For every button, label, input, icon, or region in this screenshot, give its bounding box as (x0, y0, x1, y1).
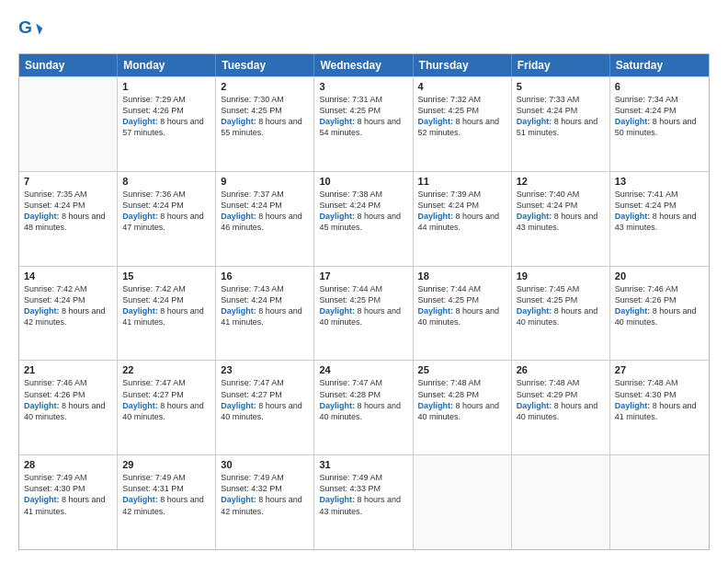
daylight-label: Daylight: (615, 117, 653, 126)
sunrise-text: Sunrise: 7:43 AM (221, 284, 284, 293)
weekday-header-tuesday: Tuesday (216, 54, 314, 76)
calendar-row-5: 28Sunrise: 7:49 AMSunset: 4:30 PMDayligh… (19, 454, 709, 549)
sunrise-text: Sunrise: 7:49 AM (221, 473, 284, 482)
cell-sun-info: Sunrise: 7:47 AMSunset: 4:28 PMDaylight:… (319, 377, 407, 422)
cell-sun-info: Sunrise: 7:29 AMSunset: 4:26 PMDaylight:… (122, 94, 210, 139)
cal-cell: 23Sunrise: 7:47 AMSunset: 4:27 PMDayligh… (216, 361, 314, 454)
cell-sun-info: Sunrise: 7:47 AMSunset: 4:27 PMDaylight:… (221, 377, 309, 422)
sunset-text: Sunset: 4:25 PM (221, 106, 282, 115)
sunrise-text: Sunrise: 7:30 AM (221, 95, 284, 104)
weekday-header-sunday: Sunday (19, 54, 118, 76)
daylight-label: Daylight: (122, 306, 160, 316)
cal-cell: 31Sunrise: 7:49 AMSunset: 4:33 PMDayligh… (314, 455, 413, 549)
cell-sun-info: Sunrise: 7:33 AMSunset: 4:24 PMDaylight:… (517, 94, 605, 139)
daylight-label: Daylight: (122, 117, 160, 126)
cell-day-number: 10 (319, 176, 407, 187)
sunrise-text: Sunrise: 7:44 AM (319, 284, 382, 293)
daylight-label: Daylight: (221, 401, 258, 410)
cell-day-number: 13 (615, 176, 704, 187)
sunrise-text: Sunrise: 7:44 AM (418, 284, 482, 293)
cal-cell (414, 455, 512, 549)
cell-sun-info: Sunrise: 7:36 AMSunset: 4:24 PMDaylight:… (122, 189, 210, 234)
cell-sun-info: Sunrise: 7:48 AMSunset: 4:30 PMDaylight:… (615, 377, 704, 422)
daylight-label: Daylight: (517, 117, 554, 126)
cell-sun-info: Sunrise: 7:30 AMSunset: 4:25 PMDaylight:… (221, 94, 309, 139)
sunrise-text: Sunrise: 7:29 AM (122, 95, 186, 104)
sunset-text: Sunset: 4:24 PM (221, 201, 282, 210)
sunset-text: Sunset: 4:24 PM (221, 295, 282, 304)
cal-cell: 3Sunrise: 7:31 AMSunset: 4:25 PMDaylight… (314, 77, 413, 171)
sunset-text: Sunset: 4:25 PM (418, 106, 480, 115)
cell-sun-info: Sunrise: 7:31 AMSunset: 4:25 PMDaylight:… (319, 94, 407, 139)
cell-day-number: 3 (319, 81, 407, 92)
daylight-label: Daylight: (517, 401, 554, 410)
sunset-text: Sunset: 4:28 PM (319, 390, 381, 399)
cal-cell (512, 455, 610, 549)
sunset-text: Sunset: 4:24 PM (24, 295, 85, 304)
cell-day-number: 24 (319, 364, 407, 375)
sunrise-text: Sunrise: 7:47 AM (122, 378, 186, 387)
cell-day-number: 29 (122, 459, 210, 470)
cell-day-number: 25 (418, 364, 506, 375)
cell-sun-info: Sunrise: 7:38 AMSunset: 4:24 PMDaylight:… (319, 189, 407, 234)
cell-sun-info: Sunrise: 7:41 AMSunset: 4:24 PMDaylight:… (615, 189, 704, 234)
cal-cell: 16Sunrise: 7:43 AMSunset: 4:24 PMDayligh… (216, 267, 314, 361)
cell-sun-info: Sunrise: 7:44 AMSunset: 4:25 PMDaylight:… (418, 283, 506, 328)
cell-day-number: 31 (319, 459, 407, 470)
sunset-text: Sunset: 4:24 PM (418, 201, 480, 210)
sunset-text: Sunset: 4:26 PM (24, 390, 85, 399)
cal-cell: 30Sunrise: 7:49 AMSunset: 4:32 PMDayligh… (216, 455, 314, 549)
weekday-header-saturday: Saturday (610, 54, 709, 76)
sunrise-text: Sunrise: 7:45 AM (517, 284, 580, 293)
sunrise-text: Sunrise: 7:31 AM (319, 95, 382, 104)
cell-day-number: 6 (615, 81, 704, 92)
cell-day-number: 7 (24, 176, 112, 187)
daylight-label: Daylight: (517, 212, 554, 221)
sunrise-text: Sunrise: 7:39 AM (418, 190, 482, 199)
sunrise-text: Sunrise: 7:32 AM (418, 95, 482, 104)
sunset-text: Sunset: 4:27 PM (221, 390, 282, 399)
cell-sun-info: Sunrise: 7:35 AMSunset: 4:24 PMDaylight:… (24, 189, 112, 234)
cal-cell: 12Sunrise: 7:40 AMSunset: 4:24 PMDayligh… (512, 172, 610, 266)
cal-cell: 28Sunrise: 7:49 AMSunset: 4:30 PMDayligh… (19, 455, 118, 549)
cell-day-number: 18 (418, 270, 506, 282)
cell-day-number: 30 (221, 459, 309, 470)
daylight-label: Daylight: (615, 401, 653, 410)
calendar-body: 1Sunrise: 7:29 AMSunset: 4:26 PMDaylight… (19, 76, 709, 549)
sunrise-text: Sunrise: 7:33 AM (517, 95, 580, 104)
sunset-text: Sunset: 4:26 PM (615, 295, 677, 304)
sunset-text: Sunset: 4:32 PM (221, 484, 282, 493)
cell-day-number: 5 (517, 81, 605, 92)
weekday-header-monday: Monday (118, 54, 216, 76)
sunset-text: Sunset: 4:24 PM (517, 106, 578, 115)
cell-sun-info: Sunrise: 7:46 AMSunset: 4:26 PMDaylight:… (24, 377, 112, 422)
sunrise-text: Sunrise: 7:48 AM (615, 378, 678, 387)
calendar: SundayMondayTuesdayWednesdayThursdayFrid… (18, 53, 710, 550)
cell-day-number: 28 (24, 459, 112, 470)
daylight-label: Daylight: (221, 495, 258, 504)
daylight-label: Daylight: (418, 117, 456, 126)
svg-text:G: G (18, 20, 32, 37)
cell-sun-info: Sunrise: 7:49 AMSunset: 4:32 PMDaylight:… (221, 472, 309, 517)
daylight-label: Daylight: (24, 401, 62, 410)
cell-sun-info: Sunrise: 7:48 AMSunset: 4:28 PMDaylight:… (418, 377, 506, 422)
cal-cell: 24Sunrise: 7:47 AMSunset: 4:28 PMDayligh… (314, 361, 413, 454)
cell-day-number: 9 (221, 176, 309, 187)
sunrise-text: Sunrise: 7:41 AM (615, 190, 678, 199)
cal-cell: 17Sunrise: 7:44 AMSunset: 4:25 PMDayligh… (314, 267, 413, 361)
calendar-row-4: 21Sunrise: 7:46 AMSunset: 4:26 PMDayligh… (19, 360, 709, 454)
sunset-text: Sunset: 4:24 PM (615, 201, 677, 210)
sunset-text: Sunset: 4:24 PM (122, 201, 184, 210)
cell-day-number: 19 (517, 270, 605, 282)
calendar-row-1: 1Sunrise: 7:29 AMSunset: 4:26 PMDaylight… (19, 76, 709, 171)
sunrise-text: Sunrise: 7:49 AM (319, 473, 382, 482)
cell-day-number: 26 (517, 364, 605, 375)
daylight-label: Daylight: (24, 212, 62, 221)
cal-cell: 27Sunrise: 7:48 AMSunset: 4:30 PMDayligh… (610, 361, 709, 454)
sunset-text: Sunset: 4:30 PM (615, 390, 677, 399)
cell-sun-info: Sunrise: 7:39 AMSunset: 4:24 PMDaylight:… (418, 189, 506, 234)
cell-sun-info: Sunrise: 7:37 AMSunset: 4:24 PMDaylight:… (221, 189, 309, 234)
daylight-label: Daylight: (517, 306, 554, 316)
sunrise-text: Sunrise: 7:46 AM (24, 378, 87, 387)
cal-cell: 2Sunrise: 7:30 AMSunset: 4:25 PMDaylight… (216, 77, 314, 171)
